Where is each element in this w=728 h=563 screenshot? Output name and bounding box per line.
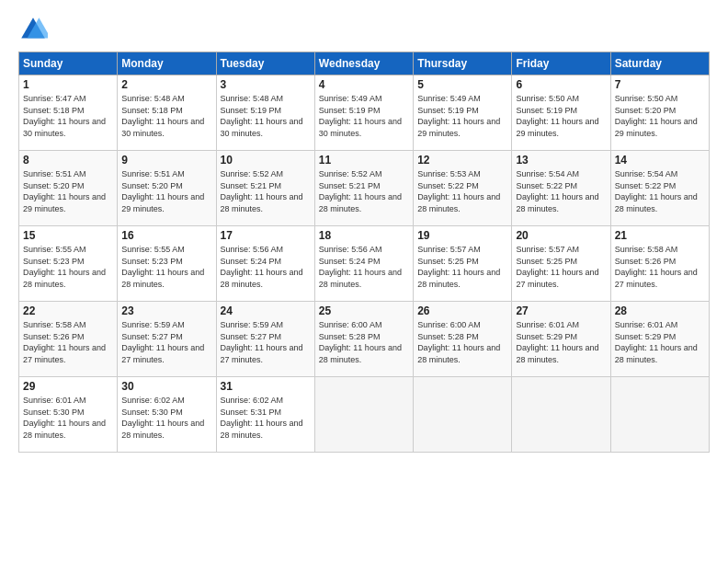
calendar-cell: 19Sunrise: 5:57 AMSunset: 5:25 PMDayligh… [414, 226, 512, 302]
calendar-cell: 7Sunrise: 5:50 AMSunset: 5:20 PMDaylight… [610, 75, 709, 151]
day-number: 21 [615, 229, 705, 242]
weekday-header-tuesday: Tuesday [216, 52, 314, 75]
calendar-cell: 24Sunrise: 5:59 AMSunset: 5:27 PMDayligh… [216, 302, 314, 377]
calendar-cell: 10Sunrise: 5:52 AMSunset: 5:21 PMDayligh… [216, 151, 314, 226]
day-info: Sunrise: 5:50 AMSunset: 5:20 PMDaylight:… [615, 93, 705, 139]
day-info: Sunrise: 5:47 AMSunset: 5:18 PMDaylight:… [23, 93, 113, 139]
calendar-cell [610, 377, 709, 453]
day-number: 2 [121, 78, 211, 91]
day-info: Sunrise: 5:58 AMSunset: 5:26 PMDaylight:… [23, 319, 113, 365]
day-number: 7 [615, 78, 705, 91]
weekday-header-wednesday: Wednesday [314, 52, 413, 75]
weekday-header-thursday: Thursday [414, 52, 512, 75]
day-number: 8 [23, 154, 113, 167]
day-number: 13 [516, 154, 606, 167]
weekday-header-friday: Friday [512, 52, 610, 75]
day-info: Sunrise: 6:00 AMSunset: 5:28 PMDaylight:… [319, 319, 409, 365]
calendar-cell: 18Sunrise: 5:56 AMSunset: 5:24 PMDayligh… [314, 226, 413, 302]
day-number: 9 [121, 154, 211, 167]
day-info: Sunrise: 6:00 AMSunset: 5:28 PMDaylight:… [417, 319, 507, 365]
day-info: Sunrise: 6:01 AMSunset: 5:30 PMDaylight:… [23, 395, 113, 441]
weekday-header-monday: Monday [118, 52, 216, 75]
calendar-cell [512, 377, 610, 453]
calendar-cell: 31Sunrise: 6:02 AMSunset: 5:31 PMDayligh… [216, 377, 314, 453]
day-number: 11 [319, 154, 409, 167]
day-info: Sunrise: 5:52 AMSunset: 5:21 PMDaylight:… [319, 168, 409, 214]
day-number: 4 [319, 78, 409, 91]
calendar-cell: 9Sunrise: 5:51 AMSunset: 5:20 PMDaylight… [118, 151, 216, 226]
day-number: 20 [516, 229, 606, 242]
calendar-cell: 3Sunrise: 5:48 AMSunset: 5:19 PMDaylight… [216, 75, 314, 151]
logo-icon [18, 15, 48, 44]
day-info: Sunrise: 5:50 AMSunset: 5:19 PMDaylight:… [516, 93, 606, 139]
day-info: Sunrise: 5:58 AMSunset: 5:26 PMDaylight:… [615, 244, 705, 290]
calendar-cell: 11Sunrise: 5:52 AMSunset: 5:21 PMDayligh… [314, 151, 413, 226]
day-info: Sunrise: 5:51 AMSunset: 5:20 PMDaylight:… [23, 168, 113, 214]
day-number: 23 [121, 304, 211, 317]
calendar-cell: 12Sunrise: 5:53 AMSunset: 5:22 PMDayligh… [414, 151, 512, 226]
calendar-cell: 14Sunrise: 5:54 AMSunset: 5:22 PMDayligh… [610, 151, 709, 226]
day-info: Sunrise: 5:49 AMSunset: 5:19 PMDaylight:… [319, 93, 409, 139]
day-info: Sunrise: 5:53 AMSunset: 5:22 PMDaylight:… [417, 168, 507, 214]
day-info: Sunrise: 5:59 AMSunset: 5:27 PMDaylight:… [121, 319, 211, 365]
day-info: Sunrise: 5:49 AMSunset: 5:19 PMDaylight:… [417, 93, 507, 139]
day-number: 1 [23, 78, 113, 91]
day-number: 15 [23, 229, 113, 242]
day-info: Sunrise: 5:48 AMSunset: 5:18 PMDaylight:… [121, 93, 211, 139]
calendar-cell: 15Sunrise: 5:55 AMSunset: 5:23 PMDayligh… [19, 226, 118, 302]
day-number: 14 [615, 154, 705, 167]
calendar-cell: 28Sunrise: 6:01 AMSunset: 5:29 PMDayligh… [610, 302, 709, 377]
calendar-cell: 27Sunrise: 6:01 AMSunset: 5:29 PMDayligh… [512, 302, 610, 377]
weekday-header-saturday: Saturday [610, 52, 709, 75]
day-number: 16 [121, 229, 211, 242]
calendar-cell: 8Sunrise: 5:51 AMSunset: 5:20 PMDaylight… [19, 151, 118, 226]
calendar-cell: 6Sunrise: 5:50 AMSunset: 5:19 PMDaylight… [512, 75, 610, 151]
logo [18, 15, 51, 44]
day-number: 30 [121, 380, 211, 393]
calendar-cell: 30Sunrise: 6:02 AMSunset: 5:30 PMDayligh… [118, 377, 216, 453]
day-info: Sunrise: 5:55 AMSunset: 5:23 PMDaylight:… [121, 244, 211, 290]
calendar-cell: 13Sunrise: 5:54 AMSunset: 5:22 PMDayligh… [512, 151, 610, 226]
day-number: 3 [221, 78, 311, 91]
day-info: Sunrise: 5:56 AMSunset: 5:24 PMDaylight:… [221, 244, 311, 290]
day-number: 5 [417, 78, 507, 91]
day-number: 12 [417, 154, 507, 167]
day-number: 26 [417, 304, 507, 317]
day-info: Sunrise: 5:57 AMSunset: 5:25 PMDaylight:… [516, 244, 606, 290]
day-info: Sunrise: 5:48 AMSunset: 5:19 PMDaylight:… [221, 93, 311, 139]
day-number: 19 [417, 229, 507, 242]
day-number: 28 [615, 304, 705, 317]
calendar-table: SundayMondayTuesdayWednesdayThursdayFrid… [18, 52, 710, 453]
calendar-cell: 25Sunrise: 6:00 AMSunset: 5:28 PMDayligh… [314, 302, 413, 377]
day-info: Sunrise: 5:57 AMSunset: 5:25 PMDaylight:… [417, 244, 507, 290]
day-number: 22 [23, 304, 113, 317]
day-info: Sunrise: 6:01 AMSunset: 5:29 PMDaylight:… [516, 319, 606, 365]
day-number: 27 [516, 304, 606, 317]
day-info: Sunrise: 6:01 AMSunset: 5:29 PMDaylight:… [615, 319, 705, 365]
page: SundayMondayTuesdayWednesdayThursdayFrid… [0, 0, 728, 563]
calendar-cell: 29Sunrise: 6:01 AMSunset: 5:30 PMDayligh… [19, 377, 118, 453]
day-number: 17 [221, 229, 311, 242]
day-number: 31 [221, 380, 311, 393]
calendar-cell [414, 377, 512, 453]
day-info: Sunrise: 5:54 AMSunset: 5:22 PMDaylight:… [615, 168, 705, 214]
calendar-cell: 21Sunrise: 5:58 AMSunset: 5:26 PMDayligh… [610, 226, 709, 302]
calendar-cell: 22Sunrise: 5:58 AMSunset: 5:26 PMDayligh… [19, 302, 118, 377]
day-number: 24 [221, 304, 311, 317]
day-number: 25 [319, 304, 409, 317]
day-info: Sunrise: 6:02 AMSunset: 5:31 PMDaylight:… [221, 395, 311, 441]
day-info: Sunrise: 5:54 AMSunset: 5:22 PMDaylight:… [516, 168, 606, 214]
calendar-cell: 20Sunrise: 5:57 AMSunset: 5:25 PMDayligh… [512, 226, 610, 302]
calendar-cell: 23Sunrise: 5:59 AMSunset: 5:27 PMDayligh… [118, 302, 216, 377]
calendar-cell: 4Sunrise: 5:49 AMSunset: 5:19 PMDaylight… [314, 75, 413, 151]
day-info: Sunrise: 5:59 AMSunset: 5:27 PMDaylight:… [221, 319, 311, 365]
calendar-cell: 16Sunrise: 5:55 AMSunset: 5:23 PMDayligh… [118, 226, 216, 302]
calendar-cell: 17Sunrise: 5:56 AMSunset: 5:24 PMDayligh… [216, 226, 314, 302]
calendar-cell: 5Sunrise: 5:49 AMSunset: 5:19 PMDaylight… [414, 75, 512, 151]
calendar-cell: 1Sunrise: 5:47 AMSunset: 5:18 PMDaylight… [19, 75, 118, 151]
day-number: 6 [516, 78, 606, 91]
header [18, 15, 710, 44]
calendar-cell: 26Sunrise: 6:00 AMSunset: 5:28 PMDayligh… [414, 302, 512, 377]
day-info: Sunrise: 5:52 AMSunset: 5:21 PMDaylight:… [221, 168, 311, 214]
calendar-cell: 2Sunrise: 5:48 AMSunset: 5:18 PMDaylight… [118, 75, 216, 151]
